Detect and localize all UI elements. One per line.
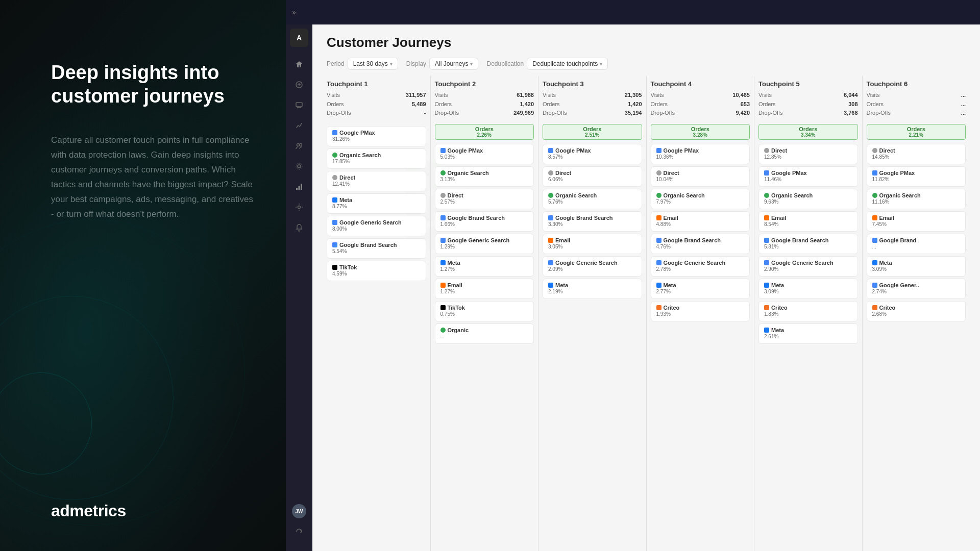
sidebar-refresh[interactable]	[290, 522, 308, 541]
channel-card-2-2[interactable]: Organic Search 3.13%	[435, 166, 534, 187]
google-icon	[332, 242, 337, 247]
channel-card-3-2[interactable]: Direct 6.06%	[543, 166, 642, 187]
touchpoint-stats-1: Visits 311,957 Orders 5,489 Drop-Offs -	[327, 91, 426, 118]
left-panel: Deep insights into customer journeys Cap…	[0, 0, 286, 551]
direct-icon	[764, 148, 769, 153]
channel-card-6-4[interactable]: Email 7.45%	[867, 211, 966, 232]
touchpoint-header-2: Touchpoint 2 Visits 61,988 Orders 1,420 …	[435, 76, 534, 124]
svg-point-4	[298, 165, 301, 168]
channel-card-6-1[interactable]: Direct 14.85%	[867, 144, 966, 164]
sidebar-item-journeys[interactable]	[290, 178, 308, 196]
col-divider-3	[646, 76, 647, 551]
channel-card-6-8[interactable]: Criteo 2.68%	[867, 301, 966, 321]
channel-card-4-5[interactable]: Google Brand Search 4.76%	[651, 234, 750, 254]
channel-card-1-2[interactable]: Organic Search 17.85%	[327, 148, 426, 169]
meta-icon	[872, 260, 877, 265]
google-icon	[440, 148, 446, 153]
criteo-icon	[764, 305, 769, 310]
sidebar-item-attribution[interactable]	[290, 157, 308, 176]
channel-card-1-7[interactable]: TikTok 4.59%	[327, 261, 426, 281]
channel-card-1-4[interactable]: Meta 8.77%	[327, 193, 426, 214]
touchpoint-col-1: Touchpoint 1 Visits 311,957 Orders 5,489…	[327, 76, 426, 551]
sidebar-item-display[interactable]	[290, 96, 308, 114]
user-avatar[interactable]: JW	[292, 504, 306, 518]
channel-card-3-6[interactable]: Google Generic Search 2.09%	[543, 256, 642, 277]
sidebar-item-campaigns[interactable]	[290, 76, 308, 94]
channel-card-3-5[interactable]: Email 3.05%	[543, 234, 642, 254]
organic-icon	[440, 170, 446, 176]
google-icon	[548, 215, 553, 220]
channel-card-3-4[interactable]: Google Brand Search 3.30%	[543, 211, 642, 232]
channel-card-5-9[interactable]: Meta 2.61%	[758, 323, 858, 344]
workspace-logo[interactable]: A	[290, 29, 308, 47]
channel-card-6-7[interactable]: Google Gener.. 2.74%	[867, 279, 966, 299]
google-icon	[764, 238, 769, 243]
channel-card-2-3[interactable]: Direct 2.57%	[435, 189, 534, 209]
sidebar-item-settings[interactable]	[290, 198, 308, 216]
sidebar-item-notifications[interactable]	[290, 218, 308, 237]
meta-icon	[332, 197, 337, 203]
channel-card-2-4[interactable]: Google Brand Search 1.66%	[435, 211, 534, 232]
display-chevron: ▾	[470, 61, 473, 67]
channel-card-2-6[interactable]: Meta 1.27%	[435, 256, 534, 277]
channel-card-4-7[interactable]: Meta 2.77%	[651, 279, 750, 299]
sidebar-item-goals[interactable]	[290, 116, 308, 135]
email-icon	[872, 215, 877, 220]
channel-card-5-4[interactable]: Email 8.54%	[758, 211, 858, 232]
channel-card-6-5[interactable]: Google Brand ...	[867, 234, 966, 254]
google-icon	[656, 260, 662, 265]
channel-card-2-5[interactable]: Google Generic Search 1.29%	[435, 234, 534, 254]
channels-list-1: Google PMax 31.26% Organic Search 17.85%…	[327, 124, 426, 551]
sidebar-item-audiences[interactable]	[290, 137, 308, 155]
channel-card-5-7[interactable]: Meta 3.09%	[758, 279, 858, 299]
channel-card-4-2[interactable]: Direct 10.04%	[651, 166, 750, 187]
touchpoint-name-5: Touchpoint 5	[758, 80, 858, 88]
dedup-select[interactable]: Deduplicate touchpoints ▾	[527, 58, 608, 70]
touchpoint-col-5: Touchpoint 5 Visits 6,044 Orders 308 Dro…	[758, 76, 858, 551]
channel-card-4-4[interactable]: Email 4.88%	[651, 211, 750, 232]
channel-card-3-1[interactable]: Google PMax 8.57%	[543, 144, 642, 164]
channel-card-1-5[interactable]: Google Generic Search 8.00%	[327, 216, 426, 236]
svg-point-5	[296, 163, 302, 169]
channel-card-4-6[interactable]: Google Generic Search 2.78%	[651, 256, 750, 277]
channel-card-5-1[interactable]: Direct 12.85%	[758, 144, 858, 164]
google-icon	[656, 148, 662, 153]
channel-card-1-6[interactable]: Google Brand Search 5.54%	[327, 238, 426, 259]
touchpoint-stats-3: Visits 21,305 Orders 1,420 Drop-Offs 35,…	[543, 91, 642, 118]
channel-card-6-3[interactable]: Organic Search 11.16%	[867, 189, 966, 209]
channel-card-2-7[interactable]: Email 1.27%	[435, 279, 534, 299]
organic-icon	[332, 153, 337, 158]
tiktok-icon	[332, 265, 337, 270]
collapse-icon[interactable]: »	[292, 8, 296, 16]
channel-card-6-2[interactable]: Google PMax 11.82%	[867, 166, 966, 187]
channels-list-2: Google PMax 5.03% Organic Search 3.13% D…	[435, 142, 534, 551]
sidebar-item-home[interactable]	[290, 55, 308, 73]
channel-card-1-3[interactable]: Direct 12.41%	[327, 171, 426, 191]
touchpoint-header-4: Touchpoint 4 Visits 10,465 Orders 653 Dr…	[651, 76, 750, 124]
period-select[interactable]: Last 30 days ▾	[348, 58, 398, 70]
channel-card-2-8[interactable]: TikTok 0.75%	[435, 301, 534, 321]
col-divider-1	[430, 76, 431, 551]
channel-card-5-3[interactable]: Organic Search 9.63%	[758, 189, 858, 209]
period-filter-group: Period Last 30 days ▾	[327, 58, 398, 70]
channel-card-3-3[interactable]: Organic Search 5.76%	[543, 189, 642, 209]
channel-card-5-6[interactable]: Google Generic Search 2.90%	[758, 256, 858, 277]
channel-card-4-3[interactable]: Organic Search 7.97%	[651, 189, 750, 209]
display-filter-group: Display All Journeys ▾	[406, 58, 479, 70]
direct-icon	[872, 148, 877, 153]
channel-card-4-1[interactable]: Google PMax 10.36%	[651, 144, 750, 164]
channel-card-2-1[interactable]: Google PMax 5.03%	[435, 144, 534, 164]
channel-card-5-5[interactable]: Google Brand Search 5.81%	[758, 234, 858, 254]
touchpoint-col-4: Touchpoint 4 Visits 10,465 Orders 653 Dr…	[651, 76, 750, 551]
channel-card-5-2[interactable]: Google PMax 11.46%	[758, 166, 858, 187]
display-select[interactable]: All Journeys ▾	[429, 58, 478, 70]
channel-card-4-8[interactable]: Criteo 1.93%	[651, 301, 750, 321]
channel-card-5-8[interactable]: Criteo 1.83%	[758, 301, 858, 321]
svg-point-9	[298, 206, 301, 209]
channel-card-2-9[interactable]: Organic ...	[435, 323, 534, 344]
channel-card-1-1[interactable]: Google PMax 31.26%	[327, 126, 426, 146]
channel-card-6-6[interactable]: Meta 3.09%	[867, 256, 966, 277]
direct-icon	[440, 193, 446, 198]
channel-card-3-7[interactable]: Meta 2.19%	[543, 279, 642, 299]
organic-icon	[764, 193, 769, 198]
